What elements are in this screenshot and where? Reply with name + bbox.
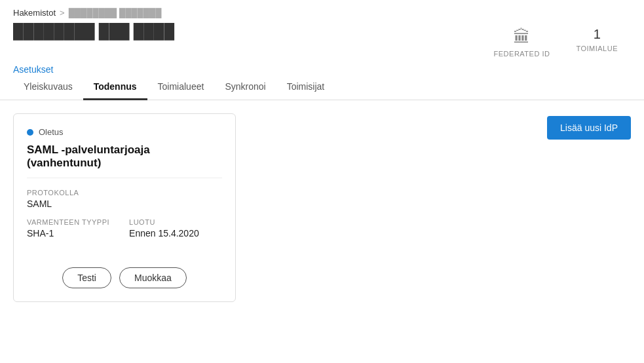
page-title: ████████ ███ ████ [0, 20, 187, 45]
add-idp-button[interactable]: Lisää uusi IdP [547, 116, 631, 140]
card-header: Oletus [27, 127, 222, 137]
cert-row: VARMENTEEN TYYPPI SHA-1 LUOTU Ennen 15.4… [27, 218, 222, 248]
card-status-label: Oletus [39, 127, 64, 137]
tab-synkronoi[interactable]: Synkronoi [214, 75, 276, 100]
cert-type-label: VARMENTEEN TYYPPI [27, 218, 109, 226]
created-field: LUOTU Ennen 15.4.2020 [129, 218, 199, 239]
created-value: Ennen 15.4.2020 [129, 228, 199, 239]
stat-toimialue: 1 TOIMIALUE [576, 27, 618, 58]
federated-id-label: FEDERATED ID [494, 50, 550, 58]
toimialue-number: 1 [594, 27, 601, 42]
test-button[interactable]: Testi [62, 267, 111, 288]
stats-area: 🏛 FEDERATED ID 1 TOIMIALUE [481, 20, 631, 64]
tab-toimisijat[interactable]: Toimisijat [276, 75, 335, 100]
main-content: Oletus SAML -palveluntarjoaja (vanhentun… [0, 100, 644, 315]
breadcrumb-root[interactable]: Hakemistot [13, 8, 56, 18]
card-title: SAML -palveluntarjoaja (vanhentunut) [27, 143, 222, 178]
tab-toimialueet[interactable]: Toimialueet [147, 75, 215, 100]
protocol-field: PROTOKOLLA SAML [27, 189, 222, 209]
stat-federated-id: 🏛 FEDERATED ID [494, 27, 550, 58]
created-label: LUOTU [129, 218, 199, 226]
bank-icon: 🏛 [513, 27, 530, 47]
cert-type-field: VARMENTEEN TYYPPI SHA-1 [27, 218, 109, 239]
protocol-label: PROTOKOLLA [27, 189, 222, 197]
cert-type-value: SHA-1 [27, 228, 109, 239]
breadcrumb-current: ████████ ███████ [69, 8, 162, 18]
toimialue-label: TOIMIALUE [576, 45, 618, 52]
idp-card: Oletus SAML -palveluntarjoaja (vanhentun… [13, 113, 236, 302]
breadcrumb-separator: > [60, 8, 65, 18]
tab-yleiskuvaus[interactable]: Yleiskuvaus [13, 75, 83, 100]
breadcrumb: Hakemistot > ████████ ███████ [0, 0, 644, 20]
right-action: Lisää uusi IdP [547, 113, 631, 140]
edit-button[interactable]: Muokkaa [119, 267, 187, 288]
tabs-bar: Yleiskuvaus Todennus Toimialueet Synkron… [0, 75, 644, 100]
tab-todennus[interactable]: Todennus [83, 75, 147, 100]
card-actions: Testi Muokkaa [27, 261, 222, 288]
protocol-value: SAML [27, 199, 222, 209]
status-dot [27, 129, 33, 136]
